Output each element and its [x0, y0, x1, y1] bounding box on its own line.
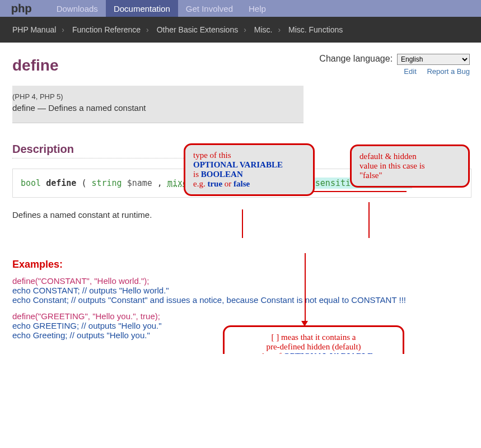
report-bug-link[interactable]: Report a Bug	[427, 67, 470, 76]
arrow-line-3	[305, 253, 306, 324]
p1-var: $name	[127, 178, 152, 188]
ex-line: echo Constant; // outputs "Constant" and…	[12, 295, 469, 305]
ex-line: define("GREETING", "Hello you.", true);	[12, 311, 469, 321]
top-nav: php Downloads Documentation Get Involved…	[0, 0, 481, 17]
breadcrumb: PHP Manual› Function Reference› Other Ba…	[0, 17, 481, 43]
page-tools: Change language: English Edit Report a B…	[319, 54, 470, 76]
ex-line: echo CONSTANT; // outputs "Hello world."	[12, 286, 469, 295]
annotation-type: type of this OPTIONAL VARIABLE is BOOLEA…	[184, 143, 315, 196]
nav-get-involved[interactable]: Get Involved	[178, 0, 241, 17]
function-summary: define — Defines a named constant	[12, 103, 303, 113]
php-logo[interactable]: php	[11, 2, 32, 15]
ex-line: define("CONSTANT", "Hello world.");	[12, 276, 469, 286]
language-select[interactable]: English	[397, 54, 470, 65]
bc-other[interactable]: Other Basic Extensions	[157, 25, 239, 34]
nav-downloads[interactable]: Downloads	[49, 0, 106, 17]
p1-type: string	[91, 178, 122, 188]
arrow-line-1	[242, 209, 243, 238]
examples-heading: Examples:	[12, 259, 469, 270]
php-versions: (PHP 4, PHP 5)	[12, 92, 303, 101]
bc-manual[interactable]: PHP Manual	[12, 25, 56, 34]
function-name: define	[46, 178, 81, 188]
edit-link[interactable]: Edit	[404, 67, 416, 76]
lang-label: Change language:	[319, 54, 393, 63]
bc-misc[interactable]: Misc.	[254, 25, 273, 34]
annotation-default: default & hidden value in this case is "…	[350, 144, 470, 188]
long-description: Defines a named constant at runtime.	[12, 210, 469, 220]
short-description: (PHP 4, PHP 5) define — Defines a named …	[12, 86, 303, 123]
nav-documentation[interactable]: Documentation	[106, 0, 178, 17]
bc-funcref[interactable]: Function Reference	[72, 25, 141, 34]
return-type: bool	[21, 178, 41, 188]
annotation-brackets: [ ] meas that it contains a pre-defined …	[223, 325, 404, 354]
nav-help[interactable]: Help	[241, 0, 274, 17]
arrow-line-2	[368, 202, 370, 238]
bc-miscfn[interactable]: Misc. Functions	[288, 25, 343, 34]
